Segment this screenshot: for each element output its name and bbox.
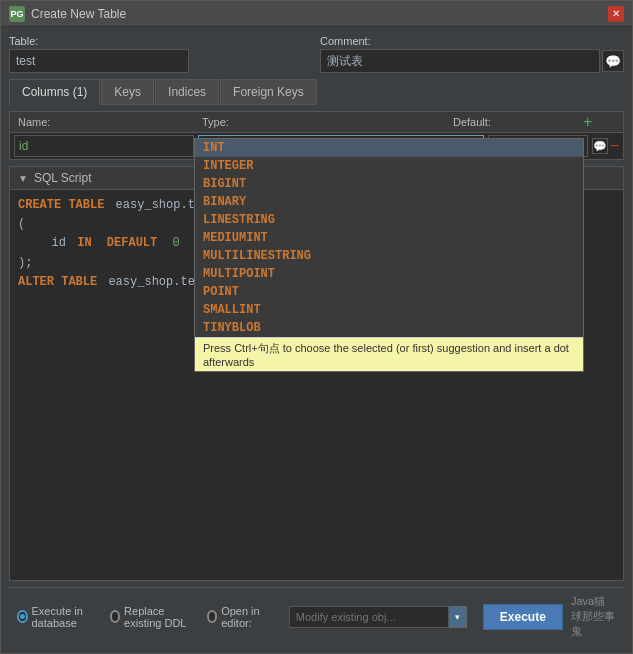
- columns-header: Name: Type: Default: +: [10, 112, 623, 133]
- autocomplete-item-mediumint[interactable]: MEDIUMINT: [195, 229, 583, 247]
- col-header-type: Type:: [198, 114, 445, 130]
- radio-execute-db-btn[interactable]: [17, 610, 28, 623]
- radio-open-editor: Open in editor:: [207, 605, 273, 629]
- col-header-name: Name:: [14, 114, 194, 130]
- sql-open-paren: (: [18, 215, 25, 234]
- title-bar-left: PG Create New Table: [9, 6, 126, 22]
- radio-open-editor-btn[interactable]: [207, 610, 217, 623]
- watermark-text: Java猫球那些事鬼: [571, 594, 616, 639]
- open-editor-input[interactable]: [289, 606, 449, 628]
- sql-title: SQL Script: [34, 171, 92, 185]
- comment-label: Comment:: [320, 35, 624, 47]
- autocomplete-item-multipoint[interactable]: MULTIPOINT: [195, 265, 583, 283]
- tabs-bar: Columns (1) Keys Indices Foreign Keys: [9, 79, 624, 105]
- main-window: PG Create New Table ✕ Table: Comment: 💬: [0, 0, 633, 654]
- radio-group: Execute in database Replace existing DDL…: [17, 605, 273, 629]
- open-editor-dropdown-btn[interactable]: ▾: [449, 606, 467, 628]
- sql-in-kw: IN: [77, 234, 91, 253]
- sql-space2: [161, 234, 168, 253]
- remove-column-icon[interactable]: −: [610, 138, 619, 154]
- sql-expand-icon: ▼: [18, 173, 28, 184]
- sql-default-val: 0: [172, 234, 179, 253]
- sql-create-kw: CREATE TABLE: [18, 196, 104, 215]
- sql-default-kw: DEFAULT: [107, 234, 157, 253]
- sql-col-id: id: [30, 234, 73, 253]
- radio-replace-ddl: Replace existing DDL: [110, 605, 201, 629]
- autocomplete-item-smallint[interactable]: SMALLINT: [195, 301, 583, 319]
- top-row: Table: Comment: 💬: [9, 35, 624, 73]
- table-field-group: Table:: [9, 35, 189, 73]
- autocomplete-hint: Press Ctrl+句点 to choose the selected (or…: [195, 337, 583, 371]
- radio-execute-db: Execute in database: [17, 605, 104, 629]
- sql-space1: [96, 234, 103, 253]
- col-header-default: Default:: [449, 114, 579, 130]
- title-bar: PG Create New Table ✕: [1, 1, 632, 27]
- col-name-input[interactable]: [14, 135, 194, 157]
- autocomplete-item-multilinestring[interactable]: MULTILINESTRING: [195, 247, 583, 265]
- content-area: Table: Comment: 💬 Columns (1) Keys: [1, 27, 632, 653]
- sql-alter-kw: ALTER TABLE: [18, 273, 97, 292]
- radio-replace-ddl-btn[interactable]: [110, 610, 121, 623]
- autocomplete-item-integer[interactable]: INTEGER: [195, 157, 583, 175]
- col-action-icons: 💬 −: [592, 138, 619, 154]
- comment-icon[interactable]: 💬: [602, 50, 624, 72]
- autocomplete-item-int[interactable]: INT: [195, 139, 583, 157]
- close-button[interactable]: ✕: [608, 6, 624, 22]
- bottom-bar: Execute in database Replace existing DDL…: [9, 587, 624, 645]
- app-icon: PG: [9, 6, 25, 22]
- columns-area: Name: Type: Default: + 💬 − INT: [9, 111, 624, 160]
- window-title: Create New Table: [31, 7, 126, 21]
- tab-keys[interactable]: Keys: [101, 79, 154, 105]
- radio-execute-db-label: Execute in database: [32, 605, 104, 629]
- tab-indices[interactable]: Indices: [155, 79, 219, 105]
- autocomplete-item-binary[interactable]: BINARY: [195, 193, 583, 211]
- autocomplete-dropdown: INT INTEGER BIGINT BINARY LINESTRING MED…: [194, 138, 584, 372]
- execute-button[interactable]: Execute: [483, 604, 563, 630]
- autocomplete-item-bigint[interactable]: BIGINT: [195, 175, 583, 193]
- comment-field-group: Comment: 💬: [205, 35, 624, 73]
- table-name-input[interactable]: [9, 49, 189, 73]
- autocomplete-item-linestring[interactable]: LINESTRING: [195, 211, 583, 229]
- autocomplete-item-tinyblob[interactable]: TINYBLOB: [195, 319, 583, 337]
- col-comment-icon[interactable]: 💬: [592, 138, 608, 154]
- tab-columns[interactable]: Columns (1): [9, 79, 100, 105]
- tab-foreign-keys[interactable]: Foreign Keys: [220, 79, 317, 105]
- autocomplete-item-point[interactable]: POINT: [195, 283, 583, 301]
- col-header-actions: +: [583, 114, 619, 130]
- sql-space3: [184, 234, 191, 253]
- add-column-icon[interactable]: +: [583, 113, 592, 130]
- radio-replace-ddl-label: Replace existing DDL: [124, 605, 201, 629]
- comment-input[interactable]: [320, 49, 600, 73]
- sql-close-paren: );: [18, 254, 32, 273]
- radio-open-editor-label: Open in editor:: [221, 605, 273, 629]
- execute-section: Execute Java猫球那些事鬼: [483, 594, 616, 639]
- table-label: Table:: [9, 35, 189, 47]
